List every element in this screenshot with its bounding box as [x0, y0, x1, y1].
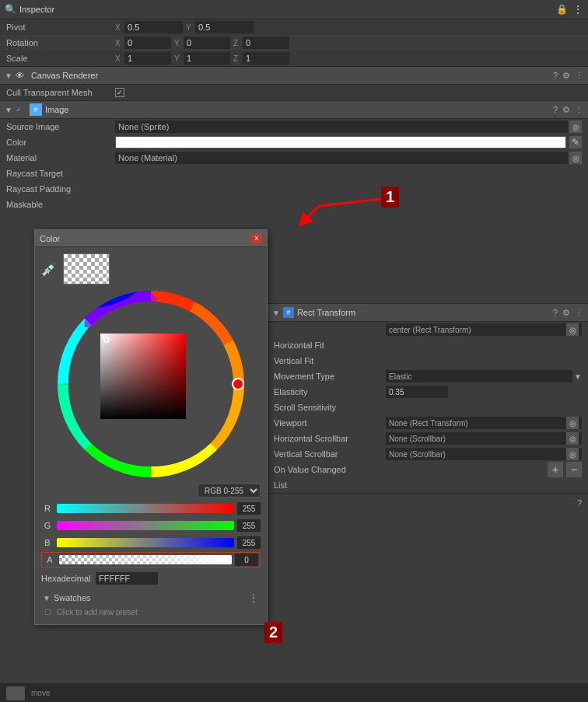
pivot-y-input[interactable] [195, 21, 254, 33]
g-value[interactable] [237, 519, 261, 532]
swatches-add-text[interactable]: ☐ Click to add new preset [41, 606, 261, 618]
rect-actions: ? ⚙ ⋮ [553, 308, 583, 318]
menu-icon-img[interactable]: ⋮ [575, 105, 583, 115]
v-fit-row: Vertical Fit [268, 353, 588, 368]
scale-x-input[interactable] [124, 52, 171, 65]
scale-y-input[interactable] [184, 52, 230, 65]
material-btn[interactable]: ◎ [569, 152, 582, 164]
color-label: Color [6, 138, 115, 147]
scale-x-axis: X [115, 54, 123, 63]
remove-btn[interactable]: − [566, 462, 582, 477]
g-slider-row: G [41, 518, 261, 533]
rect-section-header[interactable]: ▼ # Rect Transform ? ⚙ ⋮ [268, 303, 588, 322]
h-scrollbar-btn[interactable]: ◎ [566, 432, 579, 445]
v-fit-label: Vertical Fit [274, 356, 383, 365]
rotation-row: Rotation X Y Z [0, 35, 588, 51]
canvas-renderer-actions: ? ⚙ ⋮ [553, 71, 583, 81]
rect-title: Rect Transform [297, 308, 553, 317]
cull-checkbox[interactable] [115, 88, 124, 97]
anchor-field[interactable]: center (Rect Transform) ◎ [386, 323, 582, 336]
v-scrollbar-field[interactable]: None (Scrollbar) ◎ [386, 448, 582, 460]
source-image-field[interactable]: None (Sprite) [115, 120, 568, 133]
eyedropper-btn[interactable]: 💉 [41, 262, 57, 277]
color-swatch[interactable] [115, 136, 566, 148]
inspector-header: 🔍 Inspector 🔒 ⋮ [0, 0, 588, 19]
rect-toggle[interactable]: ▼ [272, 309, 280, 317]
b-slider-track[interactable] [57, 538, 234, 547]
list-label: List [274, 480, 383, 490]
g-slider-track[interactable] [57, 521, 234, 530]
pivot-x-axis: X [115, 23, 123, 32]
movement-field[interactable]: Elastic [386, 370, 572, 382]
help-icon[interactable]: ? [553, 71, 558, 80]
menu-icon-cr[interactable]: ⋮ [575, 71, 583, 81]
anchor-btn[interactable]: ◎ [566, 323, 579, 336]
header-actions: 🔒 ⋮ [556, 3, 583, 16]
pivot-y-group: Y [186, 21, 254, 33]
bottom-help-icon[interactable]: ? [577, 498, 582, 508]
viewport-row: Viewport None (Rect Transform) ◎ [268, 415, 588, 431]
image-toggle[interactable]: ▼ [5, 106, 12, 114]
menu-icon[interactable]: ⋮ [572, 3, 583, 16]
source-image-row: Source Image None (Sprite) ◎ [0, 119, 588, 134]
color-picker-close-btn[interactable]: × [251, 233, 262, 244]
canvas-renderer-toggle[interactable]: ▼ [5, 72, 12, 80]
image-title: Image [45, 105, 553, 114]
a-value[interactable] [235, 554, 258, 566]
color-picker-btn[interactable]: ✎ [569, 136, 582, 148]
r-slider-track[interactable] [57, 504, 234, 513]
menu-icon-rect[interactable]: ⋮ [575, 308, 583, 318]
v-scrollbar-btn[interactable]: ◎ [566, 448, 579, 460]
lock-icon[interactable]: 🔒 [556, 4, 568, 15]
r-value[interactable] [237, 502, 261, 515]
elasticity-input[interactable] [386, 386, 448, 398]
help-icon-img[interactable]: ? [553, 105, 558, 114]
pivot-y-axis: Y [186, 23, 194, 32]
image-section[interactable]: ▼ ✓ # Image ? ⚙ ⋮ [0, 100, 588, 119]
image-check[interactable]: ✓ [16, 103, 28, 116]
h-fit-label: Horizontal Fit [274, 341, 383, 350]
b-value[interactable] [237, 536, 261, 549]
pivot-row: Pivot X Y [0, 19, 588, 35]
movement-dropdown-arrow[interactable]: ▼ [574, 372, 582, 381]
pivot-x-input[interactable] [124, 21, 183, 33]
a-slider-row: A [41, 552, 261, 568]
material-field[interactable]: None (Material) [115, 152, 568, 164]
rot-y-input[interactable] [184, 37, 230, 49]
rot-z-input[interactable] [243, 37, 289, 49]
material-value: None (Material) ◎ [115, 152, 582, 164]
brightness-square-fo[interactable] [100, 334, 186, 419]
hex-label: Hexadecimal [41, 574, 96, 583]
scale-z-axis: Z [233, 54, 241, 63]
mode-select[interactable]: RGB 0-255 [198, 484, 261, 498]
rot-x-input[interactable] [124, 37, 171, 49]
raycast-padding-row: Raycast Padding [0, 181, 588, 197]
canvas-renderer-section[interactable]: ▼ 👁 Canvas Renderer ? ⚙ ⋮ [0, 66, 588, 85]
a-slider-track[interactable] [59, 555, 232, 564]
raycast-target-label: Raycast Target [6, 169, 115, 178]
g-label: G [41, 521, 54, 530]
rect-icon: # [283, 307, 294, 318]
picker-top-row: 💉 [41, 253, 261, 285]
scale-label: Scale [6, 54, 115, 63]
swatches-toggle[interactable]: ▼ [43, 594, 51, 602]
b-label: B [41, 538, 54, 547]
scale-z-input[interactable] [243, 52, 289, 65]
color-picker-title: Color [40, 234, 251, 243]
h-scrollbar-field[interactable]: None (Scrollbar) ◎ [386, 432, 582, 445]
maskable-row: Maskable [0, 197, 588, 212]
settings-icon-rect[interactable]: ⚙ [562, 308, 570, 318]
swatches-menu-btn[interactable]: ⋮ [248, 592, 259, 604]
hex-input[interactable] [96, 572, 158, 585]
viewport-btn[interactable]: ◎ [566, 417, 579, 429]
settings-icon[interactable]: ⚙ [562, 71, 570, 81]
hue-cursor[interactable] [233, 379, 243, 389]
scroll-sensitivity-row: Scroll Sensitivity [268, 400, 588, 415]
source-image-btn[interactable]: ◎ [569, 120, 582, 133]
settings-icon-img[interactable]: ⚙ [562, 105, 570, 115]
color-wheel-container[interactable] [58, 291, 244, 477]
help-icon-rect[interactable]: ? [553, 308, 558, 317]
viewport-field[interactable]: None (Rect Transform) ◎ [386, 417, 582, 429]
a-label: A [44, 555, 56, 564]
add-btn[interactable]: + [548, 462, 563, 477]
